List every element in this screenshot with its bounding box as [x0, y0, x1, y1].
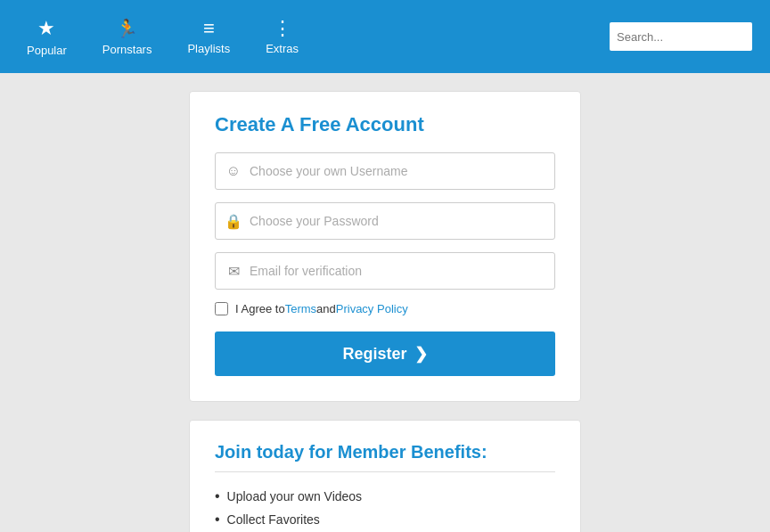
nav-item-extras[interactable]: ⋮ Extras	[248, 19, 316, 55]
register-title: Create A Free Account	[215, 113, 555, 136]
benefits-title: Join today for Member Benefits:	[215, 442, 555, 472]
and-text: and	[316, 302, 336, 315]
password-field-group: 🔒	[215, 202, 555, 240]
register-card: Create A Free Account ☺ 🔒 ✉ I Agree to T…	[189, 91, 581, 402]
password-input[interactable]	[250, 214, 545, 228]
page-content: Create A Free Account ☺ 🔒 ✉ I Agree to T…	[0, 73, 770, 532]
nav-label-playlists: Playlists	[187, 42, 230, 55]
star-icon: ★	[37, 17, 55, 40]
email-icon: ✉	[225, 263, 242, 280]
agree-checkbox[interactable]	[215, 302, 228, 315]
nav-label-popular: Popular	[27, 44, 67, 57]
register-label: Register	[342, 345, 406, 364]
username-input[interactable]	[250, 164, 545, 178]
email-field-group: ✉	[215, 252, 555, 290]
list-icon: ≡	[203, 19, 215, 38]
benefit-item-1: Collect Favorites	[215, 508, 555, 531]
nav-item-pornstars[interactable]: 🏃 Pornstars	[85, 18, 170, 56]
dots-icon: ⋮	[273, 19, 292, 38]
arrow-icon: ❯	[414, 344, 428, 364]
nav-items: ★ Popular 🏃 Pornstars ≡ Playlists ⋮ Extr…	[9, 17, 610, 57]
username-field-group: ☺	[215, 152, 555, 190]
email-input[interactable]	[250, 264, 545, 278]
nav-label-pornstars: Pornstars	[102, 43, 152, 56]
benefit-item-0: Upload your own Videos	[215, 485, 555, 508]
search-input[interactable]	[610, 22, 752, 51]
nav-label-extras: Extras	[266, 42, 299, 55]
benefits-list: Upload your own Videos Collect Favorites…	[215, 485, 555, 532]
terms-link[interactable]: Terms	[285, 302, 316, 315]
nav-search-area	[610, 22, 752, 51]
person-running-icon: 🏃	[116, 18, 138, 39]
lock-icon: 🔒	[225, 213, 242, 230]
benefits-card: Join today for Member Benefits: Upload y…	[189, 420, 581, 532]
privacy-link[interactable]: Privacy Policy	[336, 302, 408, 315]
register-button[interactable]: Register ❯	[215, 331, 555, 376]
navbar: ★ Popular 🏃 Pornstars ≡ Playlists ⋮ Extr…	[0, 0, 770, 73]
smiley-icon: ☺	[225, 163, 242, 179]
agree-row: I Agree to Terms and Privacy Policy	[215, 302, 555, 315]
nav-item-popular[interactable]: ★ Popular	[9, 17, 85, 57]
nav-item-playlists[interactable]: ≡ Playlists	[169, 19, 248, 55]
agree-text: I Agree to	[235, 302, 285, 315]
